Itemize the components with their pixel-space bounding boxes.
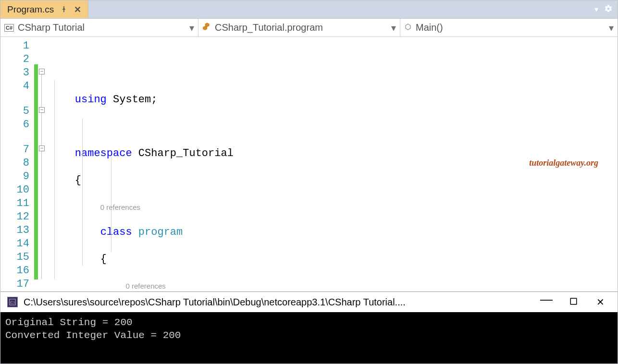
maximize-button[interactable] <box>563 297 584 307</box>
file-tab[interactable]: Program.cs ✕ <box>0 0 88 18</box>
console-title: C:\Users\sures\source\repos\CSharp Tutor… <box>24 297 406 308</box>
console-titlebar[interactable]: C:\ C:\Users\sures\source\repos\CSharp T… <box>0 292 618 312</box>
fold-toggle[interactable]: − <box>39 107 45 113</box>
svg-text:C:\: C:\ <box>11 301 15 305</box>
class-dropdown[interactable]: CSharp_Tutorial.program ▾ <box>198 19 400 36</box>
chevron-down-icon: ▾ <box>189 22 194 34</box>
editor[interactable]: 1 2 3 4 5 6 7 8 9 10 11 12 13 14 15 16 1… <box>0 37 618 291</box>
fold-column: − − − <box>38 37 48 291</box>
window-options-icon[interactable]: ▾ <box>594 5 598 14</box>
console-icon: C:\ <box>7 297 18 307</box>
tab-filename: Program.cs <box>7 4 54 15</box>
svg-rect-2 <box>570 298 577 304</box>
code-body[interactable]: using System; namespace CSharp_Tutorial … <box>48 37 618 291</box>
fold-toggle[interactable]: − <box>39 69 45 74</box>
tab-bar: Program.cs ✕ ▾ <box>0 0 618 19</box>
change-indicator <box>34 37 38 291</box>
pin-icon[interactable] <box>61 4 67 15</box>
class-icon <box>202 22 211 33</box>
codelens-references[interactable]: 0 references <box>100 203 140 211</box>
console-output: Original String = 200 Converted Integer … <box>0 312 618 364</box>
chevron-down-icon: ▾ <box>609 22 614 34</box>
codelens-references[interactable]: 0 references <box>125 282 165 290</box>
close-tab-icon[interactable]: ✕ <box>74 4 81 15</box>
close-button[interactable]: ✕ <box>590 296 611 308</box>
member-dropdown[interactable]: Main() ▾ <box>400 19 618 36</box>
nav-bar: C# CSharp Tutorial ▾ CSharp_Tutorial.pro… <box>0 19 618 37</box>
watermark: tutorialgateway.org <box>529 156 598 170</box>
fold-toggle[interactable]: − <box>39 146 45 151</box>
chevron-down-icon: ▾ <box>391 22 396 34</box>
member-name: Main() <box>416 22 443 33</box>
minimize-button[interactable]: — <box>536 292 557 307</box>
project-name: CSharp Tutorial <box>18 22 85 33</box>
line-number-gutter: 1 2 3 4 5 6 7 8 9 10 11 12 13 14 15 16 1… <box>0 37 34 291</box>
project-dropdown[interactable]: C# CSharp Tutorial ▾ <box>0 19 198 36</box>
gear-icon[interactable] <box>604 4 613 15</box>
csharp-icon: C# <box>4 24 14 32</box>
method-icon <box>404 22 412 33</box>
class-name: CSharp_Tutorial.program <box>215 22 323 33</box>
console-window: C:\ C:\Users\sures\source\repos\CSharp T… <box>0 291 618 364</box>
